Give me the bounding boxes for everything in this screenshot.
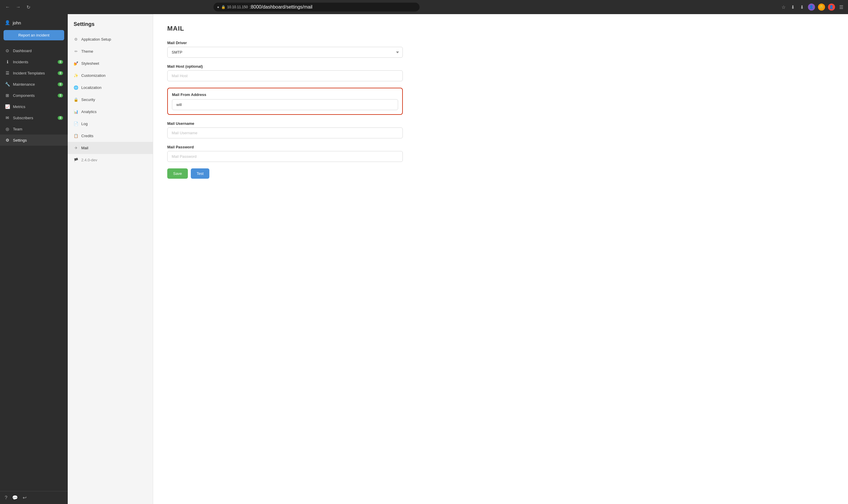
mail-from-address-label: Mail From Address [172,92,398,97]
analytics-icon: 📊 [74,109,78,114]
report-incident-button[interactable]: Report an incident [3,30,64,40]
components-icon: ⊞ [5,93,10,98]
sidebar-item-label: Components [13,93,35,98]
metrics-icon: 📈 [5,104,10,109]
main-content: MAIL Mail Driver SMTP Sendmail Mailgun L… [153,14,848,504]
avatar-orange: 😊 [818,3,825,11]
credits-icon: 📋 [74,134,78,138]
components-badge: 0 [58,94,63,97]
localization-icon: 🌐 [74,85,78,90]
browser-chrome: ← → ↻ ● 🔒 10.10.11.150 :8000/dashboard/s… [0,0,848,14]
reload-button[interactable]: ↻ [25,3,32,11]
settings-menu-label: Theme [81,49,93,54]
menu-button[interactable]: ☰ [838,3,845,11]
sidebar-item-metrics[interactable]: 📈 Metrics [0,101,68,112]
form-actions: Save Test [167,168,403,179]
bookmark-button[interactable]: ☆ [780,3,787,11]
mail-password-input[interactable] [167,151,403,162]
settings-menu-localization[interactable]: 🌐 Localization [68,82,153,94]
sidebar-item-incidents[interactable]: ℹ Incidents 0 [0,56,68,68]
back-button[interactable]: ← [3,3,12,11]
log-icon: 📄 [74,122,78,126]
settings-menu-security[interactable]: 🔒 Security [68,94,153,106]
sidebar-item-label: Team [13,127,22,131]
save-button[interactable]: Save [167,168,188,179]
settings-menu-label: Credits [81,134,93,138]
incidents-badge: 0 [58,60,63,64]
sidebar-item-maintenance[interactable]: 🔧 Maintenance 0 [0,78,68,90]
mail-driver-select[interactable]: SMTP Sendmail Mailgun Log [167,47,403,58]
mail-driver-group: Mail Driver SMTP Sendmail Mailgun Log [167,41,403,58]
test-button[interactable]: Test [191,168,210,179]
settings-menu-mail[interactable]: ✈ Mail [68,142,153,154]
maintenance-icon: 🔧 [5,82,10,87]
subscribers-icon: ✉ [5,115,10,120]
settings-menu-credits[interactable]: 📋 Credits [68,130,153,142]
mail-host-input[interactable] [167,70,403,81]
settings-menu-label: Log [81,122,88,126]
maintenance-badge: 0 [58,83,63,86]
chat-icon[interactable]: 💬 [12,495,18,501]
settings-menu-application-setup[interactable]: ⚙ Application Setup [68,33,153,45]
browser-right-icons: ☆ ⬇ ⬇ 👤 😊 👤 ☰ [780,3,845,11]
pocket-button[interactable]: ⬇ [790,3,796,11]
settings-menu-analytics[interactable]: 📊 Analytics [68,106,153,118]
version-label: 2.4.0-dev [81,158,97,162]
logout-icon[interactable]: ↩ [23,495,26,501]
mail-username-group: Mail Username [167,121,403,138]
settings-menu-log[interactable]: 📄 Log [68,118,153,130]
sidebar-item-settings[interactable]: ⚙ Settings [0,134,68,146]
mail-from-address-group: Mail From Address [167,88,403,115]
sidebar-item-subscribers[interactable]: ✉ Subscribers 0 [0,112,68,123]
settings-icon: ⚙ [5,138,10,143]
mail-icon: ✈ [74,146,78,150]
sidebar-footer: ? 💬 ↩ [0,491,68,504]
address-bar[interactable]: ● 🔒 10.10.11.150 :8000/dashboard/setting… [214,3,419,12]
application-setup-icon: ⚙ [74,37,78,41]
incidents-icon: ℹ [5,59,10,64]
settings-menu-label: Mail [81,146,88,150]
theme-icon: ✏ [74,49,78,54]
forward-button[interactable]: → [14,3,22,11]
settings-menu-label: Analytics [81,109,96,114]
sidebar: 👤 john Report an incident ⊙ Dashboard ℹ … [0,14,68,504]
sidebar-item-label: Settings [13,138,27,143]
settings-menu-label: Security [81,97,95,102]
security-icon: 🔒 [74,97,78,102]
settings-menu-label: Application Setup [81,37,111,41]
mail-username-input[interactable] [167,127,403,138]
sidebar-item-label: Dashboard [13,49,32,53]
mail-from-address-input[interactable] [172,99,398,110]
subscribers-badge: 0 [58,116,63,120]
sidebar-item-incident-templates[interactable]: ☰ Incident Templates 0 [0,68,68,78]
settings-menu-customization[interactable]: ✨ Customization [68,70,153,82]
mail-form: Mail Driver SMTP Sendmail Mailgun Log Ma… [167,41,403,179]
mail-password-group: Mail Password [167,145,403,162]
team-icon: ◎ [5,127,10,131]
settings-menu-label: Stylesheet [81,61,99,66]
mail-host-group: Mail Host (optional) [167,64,403,81]
customization-icon: ✨ [74,73,78,78]
user-icon: 👤 [5,20,10,25]
sidebar-nav: ⊙ Dashboard ℹ Incidents 0 ☰ Incident Tem… [0,45,68,491]
download-button[interactable]: ⬇ [799,3,805,11]
dashboard-icon: ⊙ [5,48,10,53]
sidebar-item-label: Subscribers [13,116,33,120]
sidebar-item-dashboard[interactable]: ⊙ Dashboard [0,45,68,56]
url-path: :8000/dashboard/settings/mail [250,4,312,10]
settings-menu-theme[interactable]: ✏ Theme [68,45,153,57]
mail-host-label: Mail Host (optional) [167,64,403,69]
url-prefix: 10.10.11.150 [227,5,248,9]
sidebar-item-components[interactable]: ⊞ Components 0 [0,90,68,101]
settings-menu-label: Localization [81,85,102,90]
sidebar-item-label: Incidents [13,60,28,64]
settings-menu-label: Customization [81,73,105,78]
settings-menu-stylesheet[interactable]: 💅 Stylesheet [68,57,153,70]
sidebar-item-team[interactable]: ◎ Team [0,123,68,134]
version-icon: 🏴 [74,158,78,162]
help-icon[interactable]: ? [5,495,7,501]
templates-icon: ☰ [5,71,10,75]
username-label: john [13,20,21,25]
templates-badge: 0 [58,71,63,75]
mail-username-label: Mail Username [167,121,403,126]
